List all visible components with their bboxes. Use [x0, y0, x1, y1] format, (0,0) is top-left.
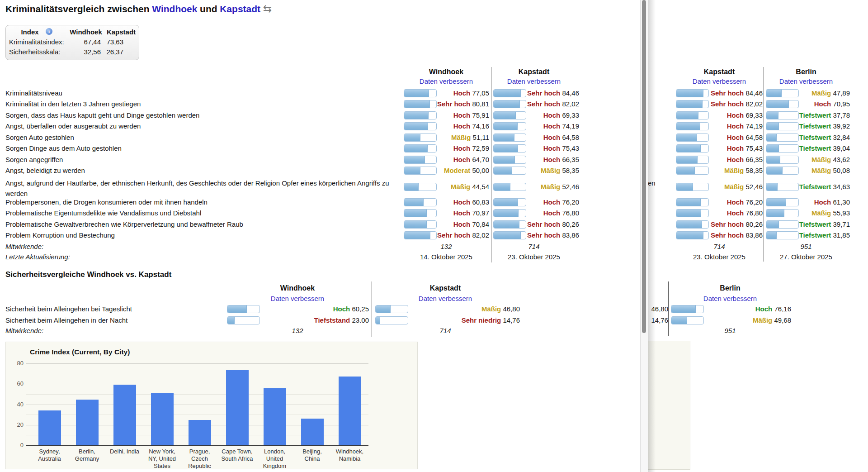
score-kapstadt-2-rating: Hoch: [727, 209, 744, 217]
score-kapstadt-2-rating: Hoch: [727, 156, 744, 163]
crime-index-value-city2: 73,63: [101, 38, 123, 47]
score-kapstadt-2-value: Hoch 69,33: [680, 111, 763, 119]
safety-berlin-value: Hoch 76,16: [705, 305, 791, 313]
chart-y-tick-label: 0: [9, 442, 24, 448]
safety-windhoek-rating: Hoch: [333, 305, 350, 313]
safety-scale-value-city1: 32,56: [68, 48, 101, 57]
crime-index-value-city1: 67,44: [68, 38, 101, 47]
swap-cities-icon[interactable]: ⇆: [263, 3, 272, 14]
column-divider: [372, 281, 372, 337]
improve-data-link-berlin[interactable]: Daten verbessern: [761, 77, 851, 85]
score-kapstadt-rating: Mäßig: [541, 183, 560, 191]
index-header-city2: Kapstadt: [104, 28, 138, 37]
improve-data-link-kapstadt-2[interactable]: Daten verbessern: [674, 77, 764, 85]
page: Kriminalitätsvergleich zwischenWindhoeku…: [0, 0, 868, 472]
score-kapstadt-2-rating: Sehr hoch: [711, 220, 744, 228]
score-kapstadt-value: Sehr hoch 83,86: [497, 231, 579, 239]
page-title: Kriminalitätsvergleich zwischenWindhoeku…: [5, 3, 272, 15]
safety-windhoek-value: Hoch 60,25: [280, 305, 369, 313]
score-berlin-rating: Tiefstwert: [799, 144, 831, 152]
vertical-scrollbar-thumb[interactable]: [642, 0, 646, 333]
score-windhoek-value: Moderat 50,00: [407, 167, 489, 175]
chart-bar: [76, 400, 99, 445]
safety-windhoek-value: Tiefststand 23.00: [280, 316, 369, 324]
score-berlin-rating: Tiefstwert: [799, 231, 831, 239]
window-edge-shadow: [648, 0, 656, 472]
safety-kapstadt-rating: Mäßig: [481, 305, 501, 313]
crime-row-label: Problematische Eigentumsdelikte wie Vand…: [5, 209, 391, 217]
score-kapstadt-2-rating: Hoch: [727, 198, 744, 206]
score-windhoek-rating: Hoch: [453, 122, 471, 130]
last-update-label: Letzte Aktualisierung:: [5, 253, 70, 261]
index-summary-table: Index Windhoek Kapstadt Kriminalitätsind…: [5, 25, 139, 60]
score-kapstadt-value: Hoch 76,20: [497, 198, 579, 206]
improve-data-link-safety-windhoek[interactable]: Daten verbessern: [252, 295, 343, 302]
chart-category-label: Prague, Czech Republic: [178, 448, 222, 470]
chart-bar: [339, 377, 361, 445]
safety-scale-value-city2: 26,37: [101, 48, 123, 57]
score-windhoek-value: Sehr hoch 82,02: [407, 231, 489, 239]
score-kapstadt-rating: Sehr hoch: [527, 100, 560, 108]
chart-category-label: Cape Town, South Africa: [216, 448, 259, 462]
safety-row-label: Sicherheit beim Alleingehen in der Nacht: [5, 316, 259, 324]
chart-category-label: Beijing, China: [291, 448, 334, 462]
score-kapstadt-2-value: Mäßig 52,46: [680, 183, 763, 191]
score-berlin-rating: Mäßig: [811, 89, 831, 97]
score-windhoek-rating: Hoch: [453, 89, 471, 97]
score-kapstadt-2-value: Sehr hoch 83,86: [680, 231, 763, 239]
column-header-windhoek: Windhoek: [401, 68, 491, 76]
score-berlin-value: Mäßig 50,08: [769, 167, 850, 175]
last-update-windhoek: 14. Oktober 2025: [401, 253, 491, 261]
column-divider: [764, 67, 764, 262]
safety-kapstadt-bar: [375, 305, 408, 313]
chart-bar: [113, 385, 136, 445]
crime-row-label: Sorgen Auto gestohlen: [5, 133, 391, 142]
safety-header-berlin: Berlin: [685, 284, 775, 292]
score-berlin-value: Tiefstwert 32,84: [769, 133, 850, 142]
crime-row-label: Sorgen angegriffen: [5, 156, 391, 164]
score-windhoek-value: Hoch 72,59: [407, 144, 489, 153]
score-kapstadt-rating: Sehr hoch: [527, 220, 560, 228]
chart-y-tick-label: 40: [9, 401, 24, 408]
last-update-kapstadt-2: 23. Oktober 2025: [674, 253, 764, 261]
score-berlin-rating: Mäßig: [811, 156, 831, 163]
score-berlin-rating: Tiefstwert: [799, 220, 831, 228]
score-kapstadt-2-value: Mäßig 58,35: [680, 167, 763, 175]
score-kapstadt-value: Mäßig 58,35: [497, 167, 579, 175]
improve-data-link-kapstadt[interactable]: Daten verbessern: [489, 77, 579, 85]
column-header-berlin: Berlin: [761, 68, 851, 76]
score-windhoek-value: Hoch 75,91: [407, 111, 489, 119]
safety-section-heading: Sicherheitsvergleiche Windhoek vs. Kapst…: [5, 270, 171, 279]
chart-gridline: [26, 363, 368, 364]
chart-minor-gridline: [26, 394, 368, 395]
info-icon[interactable]: [46, 28, 52, 35]
contributors-windhoek: 132: [401, 243, 491, 251]
score-kapstadt-rating: Hoch: [543, 111, 561, 119]
score-berlin-value: Mäßig 47,89: [769, 89, 850, 97]
score-berlin-value: Tiefstwert 39,92: [769, 122, 850, 130]
score-kapstadt-2-value: Hoch 76,80: [680, 209, 763, 217]
chart-category-label: New York, NY, United States: [141, 448, 184, 470]
improve-data-link-windhoek[interactable]: Daten verbessern: [401, 77, 491, 85]
score-windhoek-value: Mäßig 44,54: [407, 183, 489, 191]
score-berlin-value: Hoch 70,95: [769, 100, 850, 108]
city1-link[interactable]: Windhoek: [152, 4, 197, 14]
score-berlin-value: Mäßig 55,93: [769, 209, 850, 217]
crime-row-label: Angst, überfallen oder ausgeraubt zu wer…: [5, 122, 391, 130]
crime-row-label: Angst, aufgrund der Hautfarbe, der ethni…: [5, 178, 391, 199]
score-berlin-rating: Mäßig: [811, 209, 831, 217]
score-berlin-value: Hoch 61,30: [769, 198, 850, 206]
crime-row-label: Problematische Gewaltverbrechen wie Körp…: [5, 220, 391, 229]
improve-data-link-safety-kapstadt[interactable]: Daten verbessern: [400, 295, 491, 302]
improve-data-link-safety-berlin[interactable]: Daten verbessern: [685, 295, 775, 302]
score-kapstadt-2-value: Hoch 75,43: [680, 144, 763, 153]
score-kapstadt-rating: Mäßig: [541, 167, 560, 174]
score-kapstadt-2-rating: Sehr hoch: [711, 100, 744, 108]
score-windhoek-rating: Mäßig: [451, 183, 470, 191]
score-kapstadt-2-rating: Hoch: [727, 111, 744, 119]
crime-row-label: Problem Korruption und Bestechung: [5, 231, 391, 239]
safety-windhoek-rating: Tiefststand: [314, 316, 350, 324]
score-kapstadt-rating: Hoch: [543, 133, 561, 141]
score-windhoek-value: Hoch 70,84: [407, 220, 489, 229]
city2-link[interactable]: Kapstadt: [220, 4, 260, 14]
